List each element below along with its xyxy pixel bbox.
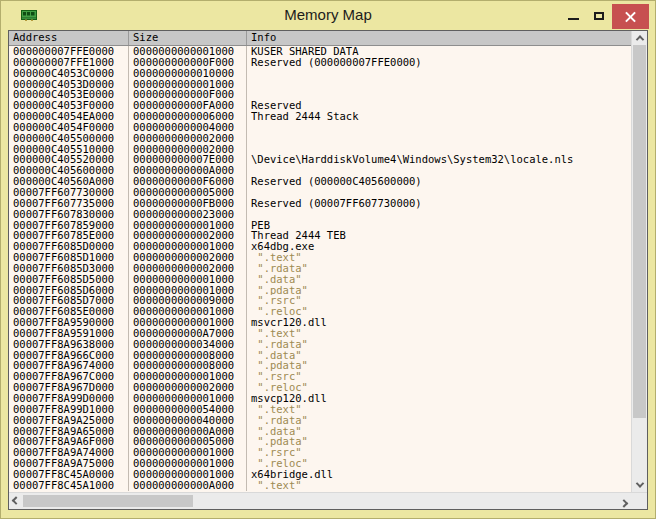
cell-address: 000000C405600000 xyxy=(9,165,129,176)
cell-info: Reserved xyxy=(247,100,631,111)
cell-address: 00007FF60785E000 xyxy=(9,230,129,241)
table-row[interactable]: 000000C4053E0000 000000000000F000 xyxy=(9,89,631,100)
table-row[interactable]: 000000007FFE0000 0000000000001000 KUSER_… xyxy=(9,46,631,57)
table-row[interactable]: 000000007FFE1000 000000000000F000 Reserv… xyxy=(9,57,631,68)
column-header-address[interactable]: Address xyxy=(9,31,129,45)
table-row[interactable]: 00007FF8C45A0000 0000000000001000 x64bri… xyxy=(9,469,631,480)
table-row[interactable]: 00007FF8A9638000 0000000000034000 ".rdat… xyxy=(9,339,631,350)
table-row[interactable]: 00007FF6085D5000 0000000000001000 ".data… xyxy=(9,274,631,285)
table-row[interactable]: 00007FF8A9A65000 000000000000A000 ".data… xyxy=(9,426,631,437)
chevron-down-icon xyxy=(635,479,643,487)
cell-size: 00000000000F6000 xyxy=(129,176,247,187)
minimize-button[interactable] xyxy=(560,3,586,29)
scroll-up-button[interactable] xyxy=(632,31,647,45)
table-row[interactable]: 00007FF6085D1000 0000000000002000 ".text… xyxy=(9,252,631,263)
vertical-scrollbar[interactable] xyxy=(631,31,647,492)
cell-size: 0000000000004000 xyxy=(129,122,247,133)
cell-size: 0000000000010000 xyxy=(129,68,247,79)
cell-address: 000000C4053C0000 xyxy=(9,68,129,79)
cell-info xyxy=(247,68,631,79)
table-row[interactable]: 00007FF6085D6000 0000000000001000 ".pdat… xyxy=(9,285,631,296)
table-row[interactable]: 00007FF8A9590000 0000000000001000 msvcr1… xyxy=(9,317,631,328)
horizontal-scrollbar[interactable] xyxy=(9,492,647,509)
cell-size: 0000000000006000 xyxy=(129,111,247,122)
cell-size: 0000000000001000 xyxy=(129,306,247,317)
cell-address: 00007FF8A9591000 xyxy=(9,328,129,339)
table-row[interactable]: 000000C40560A000 00000000000F6000 Reserv… xyxy=(9,176,631,187)
table-body: 000000007FFE0000 0000000000001000 KUSER_… xyxy=(9,46,631,492)
cell-size: 000000000000A000 xyxy=(129,426,247,437)
cell-size: 000000000000F000 xyxy=(129,57,247,68)
scroll-right-button[interactable] xyxy=(617,494,631,509)
table-row[interactable]: 00007FF8A966C000 0000000000008000 ".data… xyxy=(9,350,631,361)
table-row[interactable]: 00007FF607830000 0000000000023000 xyxy=(9,209,631,220)
cell-info: ".rdata" xyxy=(247,339,631,350)
table-row[interactable]: 00007FF8A9591000 00000000000A7000 ".text… xyxy=(9,328,631,339)
cell-size: 0000000000001000 xyxy=(129,393,247,404)
cell-info: KUSER_SHARED_DATA xyxy=(247,46,631,57)
cell-size: 0000000000001000 xyxy=(129,220,247,231)
scroll-left-button[interactable] xyxy=(9,494,23,509)
cell-address: 00007FF8A9A65000 xyxy=(9,426,129,437)
vertical-scrollbar-thumb[interactable] xyxy=(633,45,646,418)
scroll-down-button[interactable] xyxy=(632,478,647,492)
cell-info: x64bridge.dll xyxy=(247,469,631,480)
table-row[interactable]: 000000C4054F0000 0000000000004000 xyxy=(9,122,631,133)
table-row[interactable]: 00007FF607730000 0000000000005000 xyxy=(9,187,631,198)
table-row[interactable]: 00007FF8A9A74000 0000000000001000 ".rsrc… xyxy=(9,447,631,458)
column-header-size[interactable]: Size xyxy=(129,31,247,45)
maximize-button[interactable] xyxy=(586,3,612,29)
cell-info: ".rsrc" xyxy=(247,295,631,306)
table-row[interactable]: 00007FF6085D3000 0000000000002000 ".rdat… xyxy=(9,263,631,274)
chevron-right-icon xyxy=(620,499,628,507)
table-row[interactable]: 000000C405500000 0000000000002000 xyxy=(9,133,631,144)
table-row[interactable]: 00007FF8A99D0000 0000000000001000 msvcp1… xyxy=(9,393,631,404)
close-button[interactable] xyxy=(612,4,649,29)
table-row[interactable]: 00007FF60785E000 0000000000002000 Thread… xyxy=(9,230,631,241)
table-row[interactable]: 000000C4053F0000 00000000000FA000 Reserv… xyxy=(9,100,631,111)
window-titlebar[interactable]: Memory Map xyxy=(1,1,655,30)
memory-map-table: Address Size Info 000000007FFE0000 00000… xyxy=(8,30,648,510)
cell-address: 00007FF607735000 xyxy=(9,198,129,209)
cell-info: Reserved (000000C405600000) xyxy=(247,176,631,187)
table-row[interactable]: 00007FF8A99D1000 0000000000054000 ".text… xyxy=(9,404,631,415)
table-row[interactable]: 00007FF8A9674000 0000000000008000 ".pdat… xyxy=(9,360,631,371)
table-row[interactable]: 00007FF8A967D000 0000000000002000 ".relo… xyxy=(9,382,631,393)
table-header: Address Size Info xyxy=(9,31,631,46)
cell-size: 0000000000001000 xyxy=(129,469,247,480)
table-row[interactable]: 000000C405510000 0000000000002000 xyxy=(9,144,631,155)
table-row[interactable]: 00007FF6085E0000 0000000000001000 ".relo… xyxy=(9,306,631,317)
table-row[interactable]: 00007FF607735000 00000000000FB000 Reserv… xyxy=(9,198,631,209)
table-row[interactable]: 000000C4054EA000 0000000000006000 Thread… xyxy=(9,111,631,122)
column-header-info[interactable]: Info xyxy=(247,31,631,45)
cell-info: Thread 2444 TEB xyxy=(247,230,631,241)
cell-size: 0000000000001000 xyxy=(129,241,247,252)
cell-size: 0000000000001000 xyxy=(129,79,247,90)
table-row[interactable]: 000000C405600000 000000000000A000 xyxy=(9,165,631,176)
cell-size: 00000000000FB000 xyxy=(129,198,247,209)
maximize-icon xyxy=(594,12,604,20)
cell-address: 00007FF8A9674000 xyxy=(9,360,129,371)
table-row[interactable]: 00007FF607859000 0000000000001000 PEB xyxy=(9,220,631,231)
table-row[interactable]: 00007FF8A9A25000 0000000000040000 ".rdat… xyxy=(9,415,631,426)
cell-address: 000000C405520000 xyxy=(9,154,129,165)
cell-address: 00007FF8C45A0000 xyxy=(9,469,129,480)
cell-info: x64dbg.exe xyxy=(247,241,631,252)
cell-size: 0000000000001000 xyxy=(129,274,247,285)
cell-info: msvcr120.dll xyxy=(247,317,631,328)
cell-address: 000000007FFE0000 xyxy=(9,46,129,57)
table-row[interactable]: 00007FF8A9A6F000 0000000000005000 ".pdat… xyxy=(9,436,631,447)
cell-info: \Device\HarddiskVolume4\Windows\System32… xyxy=(247,154,631,165)
table-row[interactable]: 000000C4053C0000 0000000000010000 xyxy=(9,68,631,79)
table-row[interactable]: 00007FF6085D0000 0000000000001000 x64dbg… xyxy=(9,241,631,252)
table-row[interactable]: 00007FF6085D7000 0000000000009000 ".rsrc… xyxy=(9,295,631,306)
cell-size: 0000000000001000 xyxy=(129,285,247,296)
cell-address: 00007FF8A966C000 xyxy=(9,350,129,361)
table-row[interactable]: 000000C4053D0000 0000000000001000 xyxy=(9,79,631,90)
table-row[interactable]: 000000C405520000 000000000007E000 \Devic… xyxy=(9,154,631,165)
cell-size: 0000000000005000 xyxy=(129,187,247,198)
horizontal-scrollbar-thumb[interactable] xyxy=(23,495,193,507)
table-row[interactable]: 00007FF8C45A1000 000000000000A000 ".text… xyxy=(9,480,631,491)
table-row[interactable]: 00007FF8A9A75000 0000000000001000 ".relo… xyxy=(9,458,631,469)
table-row[interactable]: 00007FF8A967C000 0000000000001000 ".rsrc… xyxy=(9,371,631,382)
